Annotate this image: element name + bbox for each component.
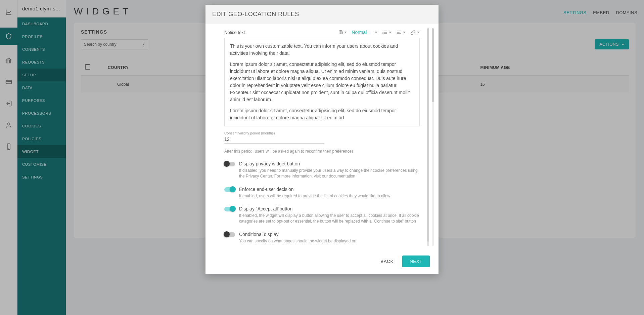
notice-paragraph: This is your own customizable text. You … — [230, 43, 414, 57]
toggle-title: Conditional display — [239, 232, 420, 237]
toggle-title: Display "Accept all"button — [239, 206, 420, 211]
modal-footer: BACK NEXT — [205, 250, 439, 274]
svg-point-10 — [383, 33, 383, 34]
link-icon — [410, 30, 416, 35]
toggle-desc: If enabled, users will be required to pr… — [239, 193, 420, 199]
caret-down-icon — [403, 32, 406, 33]
toggle-desc: You can specify on what pages should the… — [239, 238, 420, 244]
edit-geo-modal: EDIT GEO-LOCATION RULES Notice text B No… — [205, 5, 439, 274]
align-icon — [396, 30, 402, 35]
toggle-display-privacy-widget[interactable] — [224, 162, 235, 166]
svg-point-8 — [383, 31, 383, 31]
toggle-conditional-display[interactable] — [224, 232, 235, 237]
rte-bold-button[interactable]: B — [339, 29, 347, 36]
toggle-enforce-decision[interactable] — [224, 187, 235, 192]
rte-link-button[interactable] — [410, 30, 420, 35]
rte-format-select[interactable]: Normal — [352, 30, 377, 35]
next-button[interactable]: NEXT — [402, 255, 430, 267]
modal-inner-scrollbar[interactable] — [427, 28, 429, 246]
list-icon — [382, 30, 387, 35]
caret-down-icon — [417, 32, 420, 33]
toggle-desc: If enabled, the widget will display a bu… — [239, 213, 420, 224]
notice-paragraph: Lorem ipsum dolor sit amet, consectetur … — [230, 107, 414, 121]
notice-text-editor[interactable]: This is your own customizable text. You … — [224, 38, 420, 126]
caret-down-icon — [375, 32, 377, 33]
toggle-desc: If disabled, you need to manually provid… — [239, 168, 420, 179]
toggle-title: Enforce end-user decision — [239, 187, 420, 192]
modal-outer-scrollbar[interactable] — [432, 28, 434, 246]
rte-align-button[interactable] — [396, 30, 406, 35]
back-button[interactable]: BACK — [378, 255, 396, 267]
modal-overlay: EDIT GEO-LOCATION RULES Notice text B No… — [0, 0, 644, 315]
toggle-title: Display privacy widget button — [239, 161, 420, 166]
rte-toolbar: B Normal — [339, 29, 420, 36]
svg-point-9 — [383, 32, 383, 32]
caret-down-icon — [344, 32, 347, 33]
validity-label: Consent validity period (months) — [224, 131, 420, 135]
rte-list-button[interactable] — [382, 30, 392, 35]
notice-paragraph: Lorem ipsum dolor sit amet, consectetur … — [230, 61, 414, 103]
validity-input[interactable] — [224, 135, 324, 144]
caret-down-icon — [389, 32, 392, 33]
modal-title: EDIT GEO-LOCATION RULES — [205, 5, 439, 24]
notice-text-label: Notice text — [224, 30, 245, 35]
toggle-accept-all[interactable] — [224, 207, 235, 211]
validity-helper: After this period, users will be asked a… — [224, 149, 420, 154]
